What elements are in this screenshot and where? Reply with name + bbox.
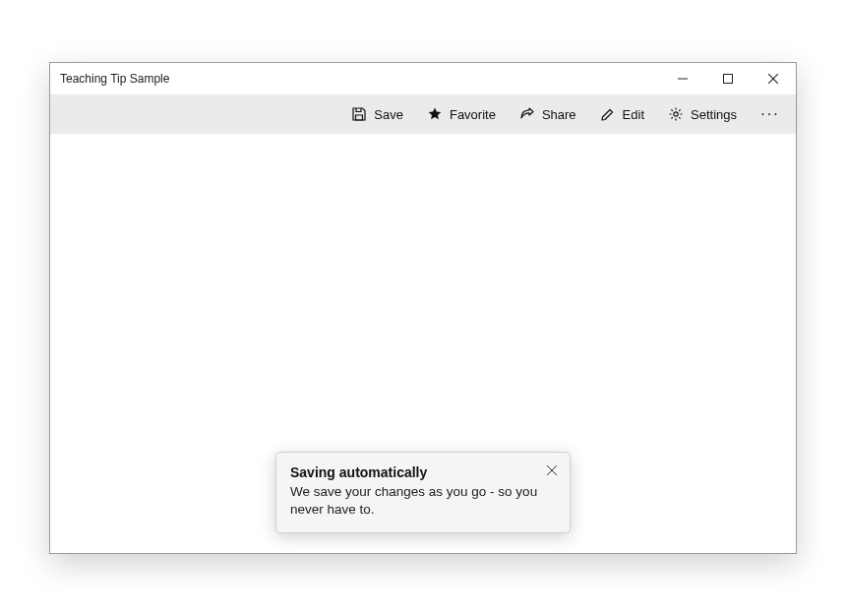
close-button[interactable] xyxy=(751,63,796,94)
more-icon: ··· xyxy=(760,105,779,123)
window-title: Teaching Tip Sample xyxy=(60,72,660,86)
app-window: Teaching Tip Sample Save xyxy=(49,62,797,554)
close-icon xyxy=(768,74,778,84)
share-icon xyxy=(519,106,535,122)
maximize-button[interactable] xyxy=(705,63,751,94)
edit-label: Edit xyxy=(623,107,644,122)
content-area: Saving automatically We save your change… xyxy=(50,134,796,553)
gear-icon xyxy=(668,106,684,122)
svg-rect-0 xyxy=(724,75,733,84)
minimize-button[interactable] xyxy=(660,63,705,94)
more-button[interactable]: ··· xyxy=(749,94,792,134)
edit-icon xyxy=(600,106,616,122)
save-button[interactable]: Save xyxy=(339,94,415,134)
save-label: Save xyxy=(374,107,403,122)
close-icon xyxy=(547,465,557,475)
titlebar: Teaching Tip Sample xyxy=(50,63,796,94)
save-icon xyxy=(351,106,367,122)
share-button[interactable]: Share xyxy=(508,94,588,134)
favorite-label: Favorite xyxy=(450,107,496,122)
command-bar: Save Favorite Share Edit xyxy=(50,94,796,134)
teaching-tip-close-button[interactable] xyxy=(542,461,562,480)
star-icon xyxy=(427,106,443,122)
maximize-icon xyxy=(723,74,733,84)
minimize-icon xyxy=(678,74,688,84)
svg-point-1 xyxy=(674,112,678,116)
teaching-tip-body: We save your changes as you go - so you … xyxy=(290,483,556,519)
favorite-button[interactable]: Favorite xyxy=(415,94,508,134)
teaching-tip-title: Saving automatically xyxy=(290,464,556,480)
window-controls xyxy=(660,63,796,94)
edit-button[interactable]: Edit xyxy=(588,94,656,134)
settings-label: Settings xyxy=(691,107,737,122)
teaching-tip: Saving automatically We save your change… xyxy=(275,452,571,533)
share-label: Share xyxy=(542,107,576,122)
settings-button[interactable]: Settings xyxy=(656,94,749,134)
